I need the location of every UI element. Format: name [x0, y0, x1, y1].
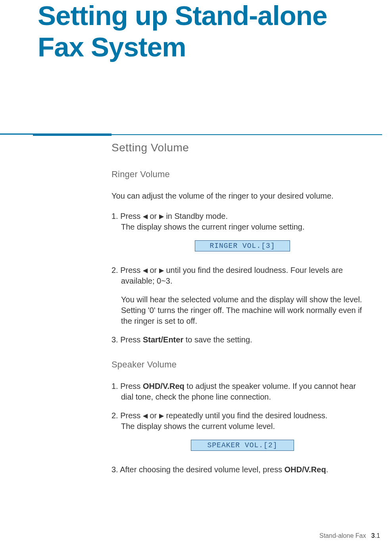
step-text: to adjust the speaker volume. If you can… [184, 382, 356, 390]
footer-section-label: Stand-alone Fax [319, 532, 366, 539]
step-text-line2: dial tone, check the phone line connecti… [111, 392, 271, 401]
speaker-step-2: 2. Press ◀ or ▶ repeatedly until you fin… [111, 410, 373, 432]
triangle-left-icon: ◀ [143, 213, 148, 220]
step-text: 1. Press [111, 212, 143, 220]
page-chapter: 3 [371, 532, 375, 539]
step-text: 2. Press [111, 266, 143, 274]
button-label-ohd-vreq: OHD/V.Req [284, 465, 326, 474]
speaker-heading: Speaker Volume [111, 359, 373, 370]
lcd-display-ringer: RINGER VOL.[3] [195, 240, 290, 251]
step-text: 2. Press [111, 411, 143, 420]
ringer-step-2-para2: You will hear the selected volume and th… [111, 294, 373, 327]
step-text: Setting '0' turns the ringer off. The ma… [121, 306, 362, 315]
step-text-line2: available; 0~3. [111, 276, 173, 285]
triangle-right-icon: ▶ [159, 267, 164, 274]
speaker-step-1: 1. Press OHD/V.Req to adjust the speaker… [111, 381, 373, 402]
page-footer: Stand-alone Fax 3.1 [319, 532, 380, 539]
step-text-line2: The display shows the current ringer vol… [111, 222, 304, 231]
step-text: in Standby mode. [164, 212, 228, 220]
button-label-start-enter: Start/Enter [143, 335, 183, 344]
step-text: or [148, 266, 159, 274]
ringer-step-2: 2. Press ◀ or ▶ until you find the desir… [111, 265, 373, 286]
title-rule-thick [33, 133, 111, 136]
section-heading: Setting Volume [111, 141, 373, 154]
content-area: Setting Volume Ringer Volume You can adj… [111, 141, 373, 483]
step-text: 3. Press [111, 335, 143, 344]
step-text: 3. After choosing the desired volume lev… [111, 465, 284, 474]
step-text: repeatedly until you find the desired lo… [164, 411, 328, 420]
triangle-left-icon: ◀ [143, 267, 148, 274]
lcd-display-speaker: SPEAKER VOL.[2] [191, 440, 294, 451]
page-title: Setting up Stand-alone Fax System [0, 0, 392, 63]
triangle-right-icon: ▶ [159, 412, 164, 419]
step-text: until you find the desired loudness. Fou… [164, 266, 343, 274]
step-text-line2: The display shows the current volume lev… [111, 422, 275, 431]
step-text: the ringer is set to off. [121, 317, 197, 325]
step-text: or [148, 411, 159, 420]
title-rule-left [0, 133, 33, 135]
step-text: 1. Press [111, 382, 143, 390]
footer-page-number: 3.1 [371, 532, 380, 539]
ringer-intro: You can adjust the volume of the ringer … [111, 191, 373, 201]
ringer-step-1: 1. Press ◀ or ▶ in Standby mode. The dis… [111, 211, 373, 232]
speaker-step-3: 3. After choosing the desired volume lev… [111, 464, 373, 475]
step-text: to save the setting. [183, 335, 252, 344]
triangle-right-icon: ▶ [159, 213, 164, 220]
triangle-left-icon: ◀ [143, 412, 148, 419]
step-text: or [148, 212, 159, 220]
ringer-step-3: 3. Press Start/Enter to save the setting… [111, 334, 373, 345]
title-rule-thin [111, 134, 382, 135]
lcd-text: RINGER VOL.[3] [209, 242, 275, 250]
step-text: You will hear the selected volume and th… [121, 295, 362, 304]
ringer-heading: Ringer Volume [111, 169, 373, 180]
page-num: 1 [377, 532, 380, 539]
lcd-text: SPEAKER VOL.[2] [207, 441, 277, 449]
step-text: . [326, 465, 329, 474]
button-label-ohd-vreq: OHD/V.Req [143, 382, 184, 390]
